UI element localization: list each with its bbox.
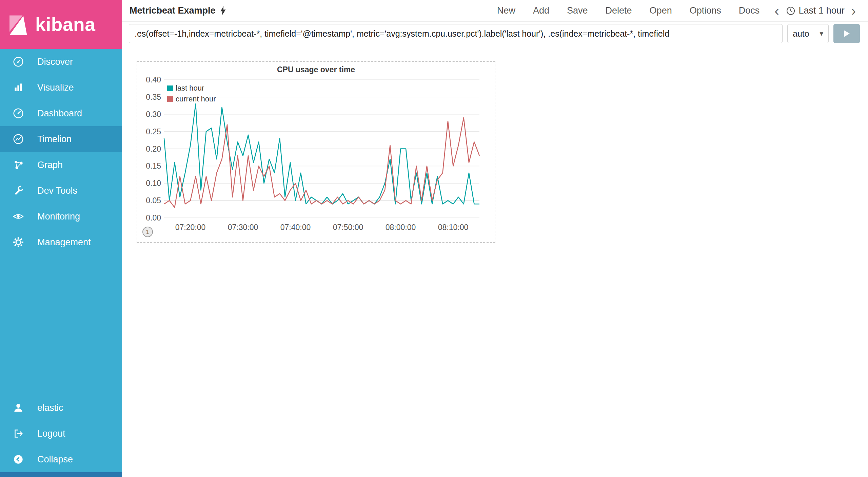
compass-icon (12, 56, 24, 68)
sheet-title-group: Metricbeat Example (130, 5, 226, 16)
main-content: Metricbeat Example New Add Save Delete O… (122, 0, 868, 477)
sidebar-item-label: Timelion (37, 134, 72, 145)
timepicker-button[interactable]: Last 1 hour (784, 5, 847, 16)
sidebar-item-label: Dev Tools (37, 186, 77, 196)
timelion-toolbar: Metricbeat Example New Add Save Delete O… (122, 0, 868, 22)
legend-label: last hour (176, 84, 204, 93)
sidebar-bottom-strip (0, 472, 122, 477)
toolbar-item-options[interactable]: Options (681, 5, 730, 16)
timepicker-label: Last 1 hour (799, 5, 845, 16)
toolbar-item-open[interactable]: Open (641, 5, 681, 16)
kibana-logo[interactable]: kibana (0, 0, 122, 49)
svg-text:0.10: 0.10 (146, 179, 161, 188)
svg-text:0.35: 0.35 (146, 93, 161, 101)
sidebar-item-label: Graph (37, 160, 63, 170)
toolbar-item-docs[interactable]: Docs (730, 5, 769, 16)
sidebar: kibana Discover Visualize (0, 0, 122, 477)
svg-text:07:50:00: 07:50:00 (333, 223, 363, 232)
sidebar-item-collapse[interactable]: Collapse (0, 446, 122, 472)
svg-text:0.05: 0.05 (146, 196, 161, 205)
sidebar-item-dev-tools[interactable]: Dev Tools (0, 178, 122, 204)
sidebar-item-label: Monitoring (37, 211, 80, 222)
svg-text:08:00:00: 08:00:00 (386, 223, 416, 232)
sidebar-item-graph[interactable]: Graph (0, 152, 122, 178)
sidebar-item-monitoring[interactable]: Monitoring (0, 204, 122, 229)
bolt-icon (220, 6, 226, 16)
timelion-chart-panel[interactable]: 0.000.050.100.150.200.250.300.350.4007:2… (137, 61, 495, 243)
timelion-icon (12, 133, 24, 145)
bar-chart-icon (12, 81, 24, 94)
sidebar-item-user[interactable]: elastic (0, 395, 122, 421)
time-next-button[interactable]: › (847, 4, 861, 18)
toolbar-item-delete[interactable]: Delete (597, 5, 641, 16)
svg-text:07:30:00: 07:30:00 (228, 223, 258, 232)
sidebar-item-dashboard[interactable]: Dashboard (0, 100, 122, 126)
chart-legend: last hour current hour (167, 83, 216, 104)
sidebar-item-label: Discover (37, 57, 73, 67)
collapse-icon (12, 453, 24, 465)
sidebar-item-label: Visualize (37, 82, 74, 93)
sidebar-item-discover[interactable]: Discover (0, 49, 122, 75)
run-query-button[interactable] (833, 24, 860, 43)
sidebar-footer: elastic Logout Collapse (0, 391, 122, 477)
sidebar-item-label: Management (37, 237, 91, 248)
legend-swatch-red (167, 96, 173, 102)
legend-swatch-teal (167, 85, 173, 91)
svg-text:0.15: 0.15 (146, 161, 161, 170)
chart-title: CPU usage over time (137, 65, 495, 74)
sidebar-item-label: Dashboard (37, 108, 82, 119)
kibana-app: kibana Discover Visualize (0, 0, 868, 477)
sidebar-item-logout[interactable]: Logout (0, 421, 122, 446)
toolbar-item-save[interactable]: Save (558, 5, 597, 16)
sidebar-item-label: Logout (37, 428, 65, 439)
legend-item-last-hour: last hour (167, 83, 216, 94)
play-icon (843, 30, 850, 38)
legend-item-current-hour: current hour (167, 94, 216, 104)
sidebar-item-timelion[interactable]: Timelion (0, 126, 122, 152)
interval-select[interactable]: auto ▾ (787, 24, 829, 43)
gear-icon (12, 236, 24, 248)
gauge-icon (12, 107, 24, 119)
svg-text:0.40: 0.40 (146, 75, 161, 84)
interval-value: auto (793, 29, 809, 39)
eye-icon (12, 210, 24, 223)
time-navigation: ‹ Last 1 hour › (770, 4, 861, 18)
legend-label: current hour (176, 95, 216, 103)
timelion-sheet: 0.000.050.100.150.200.250.300.350.4007:2… (122, 49, 868, 477)
sidebar-nav: Discover Visualize Dashboard (0, 49, 122, 255)
svg-text:0.25: 0.25 (146, 127, 161, 136)
kibana-logo-icon (5, 12, 30, 37)
svg-text:0.00: 0.00 (146, 213, 161, 222)
sidebar-item-visualize[interactable]: Visualize (0, 75, 122, 100)
clock-icon (786, 6, 795, 16)
chevron-down-icon: ▾ (820, 30, 823, 38)
sidebar-item-management[interactable]: Management (0, 229, 122, 255)
sidebar-item-label: Collapse (37, 454, 73, 465)
wrench-icon (12, 185, 24, 197)
sidebar-item-label: elastic (37, 403, 63, 413)
logout-icon (12, 427, 24, 440)
time-prev-button[interactable]: ‹ (770, 4, 784, 18)
svg-text:08:10:00: 08:10:00 (438, 223, 469, 232)
svg-text:0.30: 0.30 (146, 110, 161, 119)
svg-text:0.20: 0.20 (146, 145, 161, 153)
cell-number-badge: 1 (142, 227, 153, 237)
toolbar-menu: New Add Save Delete Open Options Docs (488, 5, 768, 16)
kibana-logo-text: kibana (35, 14, 95, 35)
user-icon (12, 402, 24, 414)
graph-icon (12, 159, 24, 171)
sheet-title: Metricbeat Example (130, 5, 216, 16)
timelion-query-input[interactable] (129, 24, 783, 43)
toolbar-item-new[interactable]: New (488, 5, 524, 16)
query-bar: auto ▾ (122, 22, 868, 49)
toolbar-item-add[interactable]: Add (524, 5, 558, 16)
svg-text:07:20:00: 07:20:00 (175, 223, 206, 232)
svg-text:07:40:00: 07:40:00 (280, 223, 311, 232)
